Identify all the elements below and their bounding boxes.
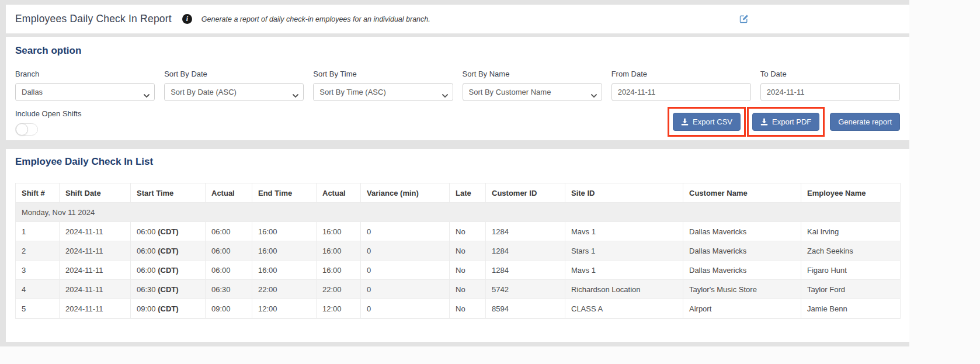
cell-employee: Zach Seekins: [801, 241, 901, 261]
to-date-field: To Date: [760, 70, 900, 101]
cell-late: No: [450, 241, 486, 261]
sort-by-time-field: Sort By Time Sort By Time (ASC): [313, 70, 453, 101]
report-actions: Export CSV Export PDF Generate report: [668, 107, 900, 137]
table-row: 22024-11-1106:00 (CDT)06:0016:0016:000No…: [16, 241, 901, 261]
cell-date: 2024-11-11: [60, 241, 131, 261]
cell-date: 2024-11-11: [60, 299, 131, 318]
download-icon: [681, 118, 689, 126]
cell-date: 2024-11-11: [60, 280, 131, 299]
column-header: Site ID: [565, 183, 683, 203]
cell-site-id: Richardson Location: [565, 280, 683, 299]
cell-site-id: Mavs 1: [565, 222, 683, 241]
search-heading: Search option: [15, 45, 900, 57]
column-header: End Time: [252, 183, 317, 203]
cell-employee: Kai Irving: [801, 222, 901, 241]
cell-site-id: Mavs 1: [565, 261, 683, 280]
cell-actual-start: 06:00: [206, 241, 252, 261]
cell-end: 12:00: [252, 299, 317, 318]
cell-shift: 1: [16, 222, 60, 241]
download-icon: [760, 118, 768, 126]
edit-pencil-icon: [739, 16, 749, 25]
table-row: 42024-11-1106:30 (CDT)06:3022:0022:000No…: [16, 280, 901, 299]
export-csv-button[interactable]: Export CSV: [673, 113, 741, 131]
cell-customer: Dallas Mavericks: [683, 222, 801, 241]
cell-start: 06:00 (CDT): [131, 261, 206, 280]
to-date-label: To Date: [760, 70, 900, 78]
info-icon: i: [182, 14, 192, 24]
edit-report-button[interactable]: [739, 14, 749, 23]
sort-by-date-select[interactable]: Sort By Date (ASC): [164, 83, 304, 101]
cell-customer: Airport: [683, 299, 801, 318]
check-in-table: Shift #Shift DateStart TimeActualEnd Tim…: [15, 183, 901, 318]
cell-site-id: CLASS A: [565, 299, 683, 318]
cell-variance: 0: [361, 241, 450, 261]
column-header: Start Time: [131, 183, 206, 203]
cell-date: 2024-11-11: [60, 261, 131, 280]
column-header: Variance (min): [361, 183, 450, 203]
page-header: Employees Daily Check In Report i Genera…: [6, 5, 909, 34]
column-header: Shift Date: [60, 183, 131, 203]
sort-by-date-label: Sort By Date: [164, 70, 304, 78]
cell-actual-start: 09:00: [206, 299, 252, 318]
branch-select[interactable]: Dallas: [15, 83, 155, 101]
timezone-label: (CDT): [158, 227, 178, 236]
cell-customer-id: 1284: [486, 222, 565, 241]
cell-customer-id: 1284: [486, 241, 565, 261]
branch-label: Branch: [15, 70, 155, 78]
cell-shift: 5: [16, 299, 60, 318]
cell-end: 22:00: [252, 280, 317, 299]
table-row: 32024-11-1106:00 (CDT)06:0016:0016:000No…: [16, 261, 901, 280]
cell-actual-end: 16:00: [317, 241, 361, 261]
cell-customer-id: 1284: [486, 261, 565, 280]
sort-by-time-select[interactable]: Sort By Time (ASC): [313, 83, 453, 101]
from-date-input[interactable]: [611, 83, 751, 101]
sort-by-time-label: Sort By Time: [313, 70, 453, 78]
check-in-list-panel: Employee Daily Check In List Shift #Shif…: [6, 149, 909, 342]
column-header: Employee Name: [801, 183, 901, 203]
table-row: 52024-11-1109:00 (CDT)09:0012:0012:000No…: [16, 299, 901, 318]
cell-start: 06:30 (CDT): [131, 280, 206, 299]
column-header: Late: [450, 183, 486, 203]
to-date-input[interactable]: [760, 83, 900, 101]
cell-customer-id: 5742: [486, 280, 565, 299]
toggle-knob: [16, 123, 28, 136]
cell-employee: Jamie Benn: [801, 299, 901, 318]
include-open-shifts-toggle[interactable]: [15, 123, 38, 136]
generate-report-button[interactable]: Generate report: [830, 113, 900, 131]
branch-field: Branch Dallas: [15, 70, 155, 101]
export-pdf-button[interactable]: Export PDF: [752, 113, 819, 131]
include-open-shifts-group: Include Open Shifts: [15, 109, 163, 143]
sort-by-name-select[interactable]: Sort By Customer Name: [463, 83, 602, 101]
search-panel: Search option Branch Dallas Sort By Date…: [6, 37, 909, 140]
cell-actual-end: 12:00: [317, 299, 361, 318]
cell-late: No: [450, 261, 486, 280]
cell-actual-start: 06:00: [206, 222, 252, 241]
cell-start: 09:00 (CDT): [131, 299, 206, 318]
cell-shift: 3: [16, 261, 60, 280]
cell-late: No: [450, 299, 486, 318]
cell-customer: Dallas Mavericks: [683, 241, 801, 261]
from-date-label: From Date: [611, 70, 751, 78]
search-fields: Branch Dallas Sort By Date Sort By Date …: [15, 70, 900, 101]
export-csv-annotation-box: Export CSV: [668, 107, 746, 137]
cell-variance: 0: [361, 222, 450, 241]
cell-variance: 0: [361, 299, 450, 318]
cell-variance: 0: [361, 261, 450, 280]
timezone-label: (CDT): [158, 304, 178, 313]
cell-shift: 4: [16, 280, 60, 299]
cell-actual-start: 06:00: [206, 261, 252, 280]
column-header: Customer ID: [486, 183, 565, 203]
from-date-field: From Date: [611, 70, 751, 101]
table-header-row: Shift #Shift DateStart TimeActualEnd Tim…: [16, 183, 901, 203]
timezone-label: (CDT): [158, 266, 178, 275]
cell-actual-start: 06:30: [206, 280, 252, 299]
cell-variance: 0: [361, 280, 450, 299]
cell-shift: 2: [16, 241, 60, 261]
column-header: Customer Name: [683, 183, 801, 203]
cell-customer: Taylor's Music Store: [683, 280, 801, 299]
sort-by-name-label: Sort By Name: [463, 70, 602, 78]
export-pdf-annotation-box: Export PDF: [747, 107, 825, 137]
page-description: Generate a report of daily check-in empl…: [201, 15, 430, 23]
cell-start: 06:00 (CDT): [131, 241, 206, 261]
sort-by-name-field: Sort By Name Sort By Customer Name: [463, 70, 602, 101]
